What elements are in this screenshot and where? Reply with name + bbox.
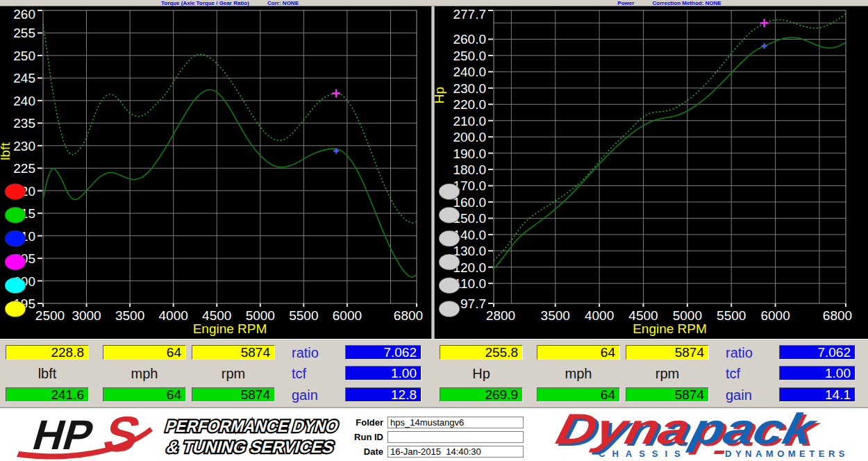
run-id-input[interactable] xyxy=(387,431,524,443)
tcf-value: 1.00 xyxy=(345,366,422,380)
baseline-speed-value: 64 xyxy=(537,345,620,360)
y-tick-label: 255 xyxy=(13,26,35,40)
run-select-button[interactable] xyxy=(5,184,26,200)
run-select-button[interactable] xyxy=(439,254,460,270)
y-axis-unit-label: lbft xyxy=(0,142,12,160)
x-tick-label: 5500 xyxy=(289,308,318,323)
y-tick-label: 235 xyxy=(13,116,35,131)
x-tick-label: 2500 xyxy=(35,308,65,323)
x-tick-label: 5000 xyxy=(673,308,702,323)
cursor-marker-icon xyxy=(760,19,769,27)
y-tick-label: 210.0 xyxy=(453,114,486,128)
y-tick-label: 277.7 xyxy=(453,7,486,22)
x-axis-label: Engine RPM xyxy=(633,321,707,336)
ratio-label: ratio xyxy=(292,345,340,360)
x-tick-label: 6000 xyxy=(333,308,362,323)
gain-label: gain xyxy=(726,387,774,403)
power-unit-label: Hp xyxy=(440,366,523,381)
power-title-text: Power xyxy=(617,0,634,6)
speed-unit-label: mph xyxy=(537,366,620,381)
modified-rpm-value: 5874 xyxy=(192,387,275,402)
gain-value: 12.8 xyxy=(345,387,422,402)
y-tick-label: 245 xyxy=(13,71,35,85)
x-tick-label: 2800 xyxy=(486,308,515,323)
power-chart: 277.7260.0250.0240.0230.0220.0210.0200.0… xyxy=(434,6,868,339)
run-select-button[interactable] xyxy=(439,230,460,246)
run-id-label: Run ID xyxy=(343,431,383,443)
run-select-button[interactable] xyxy=(5,254,26,270)
run-select-button[interactable] xyxy=(5,301,26,317)
x-tick-label: 5000 xyxy=(246,308,275,323)
x-axis-label: Engine RPM xyxy=(193,321,267,336)
x-tick-label: 6800 xyxy=(394,308,423,323)
tcf-label: tcf xyxy=(292,366,340,381)
run-info-form: Folder Run ID Date xyxy=(343,408,546,461)
power-chart-title: Power Correction Method: NONE xyxy=(609,0,729,6)
rpm-unit-label: rpm xyxy=(192,366,275,381)
folder-label: Folder xyxy=(343,417,383,428)
y-tick-label: 220.0 xyxy=(453,97,486,112)
baseline-power-value: 255.8 xyxy=(440,345,523,360)
speed-unit-label: mph xyxy=(103,366,186,381)
hps-tagline-1: PERFORMANCE DYNO xyxy=(163,417,341,435)
cursor-marker-icon xyxy=(762,43,767,49)
gain-value: 14.1 xyxy=(779,387,856,402)
y-tick-label: 240.0 xyxy=(453,65,486,79)
dynapack-dynamometers-text: DYNAMOMETERS xyxy=(725,449,849,459)
y-tick-label: 160.0 xyxy=(453,195,486,210)
x-tick-label: 4000 xyxy=(159,308,188,323)
x-tick-label: 3500 xyxy=(115,308,144,323)
dynapack-pack-text: pack xyxy=(685,410,822,453)
y-tick-label: 260 xyxy=(13,7,35,22)
run-select-button[interactable] xyxy=(5,230,26,246)
torque-chart: 2602552502452402352302252202152102052001… xyxy=(0,6,434,339)
gain-label: gain xyxy=(292,387,340,403)
run-select-button[interactable] xyxy=(439,278,460,294)
ratio-value: 7.062 xyxy=(345,345,422,360)
x-tick-label: 3000 xyxy=(72,308,101,323)
torque-correction-text: Corr: NONE xyxy=(267,0,299,6)
dyno-software-window: Torque (Axle Torque / Gear Ratio) Corr: … xyxy=(0,0,868,461)
torque-unit-label: lbft xyxy=(6,366,89,381)
y-tick-label: 230.0 xyxy=(453,81,486,96)
baseline-rpm-value: 5874 xyxy=(192,345,275,360)
y-tick-label: 180.0 xyxy=(453,162,486,177)
run-select-button[interactable] xyxy=(5,278,26,294)
run-select-button[interactable] xyxy=(439,301,460,317)
dynapack-chassis-text: CHASSIS xyxy=(599,449,687,459)
y-tick-label: 260.0 xyxy=(453,32,486,47)
x-tick-label: 4000 xyxy=(585,308,614,323)
chart-title-strip: Torque (Axle Torque / Gear Ratio) Corr: … xyxy=(0,0,868,6)
modified-rpm-value: 5874 xyxy=(626,387,709,402)
hps-tagline-2: & TUNING SERVICES xyxy=(165,437,337,455)
y-tick-label: 230 xyxy=(13,139,35,153)
x-tick-label: 6800 xyxy=(823,308,852,323)
plot-border xyxy=(494,10,846,303)
run-select-button[interactable] xyxy=(439,184,460,200)
baseline-speed-value: 64 xyxy=(103,345,186,360)
x-tick-label: 4500 xyxy=(202,308,231,323)
torque-readout-panel: 228.8 64 5874 lbft mph rpm 241.6 64 5874… xyxy=(0,340,434,408)
y-tick-label: 200.0 xyxy=(453,130,486,144)
run-select-button[interactable] xyxy=(439,207,460,223)
run-select-button[interactable] xyxy=(5,207,26,223)
y-tick-label: 240 xyxy=(13,94,35,108)
readout-section: 228.8 64 5874 lbft mph rpm 241.6 64 5874… xyxy=(0,339,868,407)
y-axis-unit-label: Hp xyxy=(434,87,446,103)
modified-power-value: 269.9 xyxy=(440,387,523,402)
folder-input[interactable] xyxy=(387,417,524,428)
hps-logo: HP S PERFORMANCE DYNO & TUNING SERVICES xyxy=(3,410,342,461)
modified-speed-value: 64 xyxy=(537,387,620,402)
y-tick-label: 250.0 xyxy=(453,49,486,63)
cursor-marker-icon xyxy=(332,89,340,97)
tcf-label: tcf xyxy=(726,366,774,381)
power-readout-panel: 255.8 64 5874 Hp mph rpm 269.9 64 5874 r… xyxy=(434,340,868,408)
x-tick-label: 5500 xyxy=(717,308,746,323)
y-tick-label: 97.7 xyxy=(460,296,486,311)
date-input[interactable] xyxy=(387,446,524,458)
ratio-value: 7.062 xyxy=(779,345,856,360)
plot-border xyxy=(43,10,417,303)
dynapack-logo: Dyna Dyna pack pack CHASSIS DYNAMOMETERS xyxy=(543,410,868,461)
footer-bar: HP S PERFORMANCE DYNO & TUNING SERVICES … xyxy=(0,407,868,461)
y-tick-label: 250 xyxy=(13,49,35,63)
